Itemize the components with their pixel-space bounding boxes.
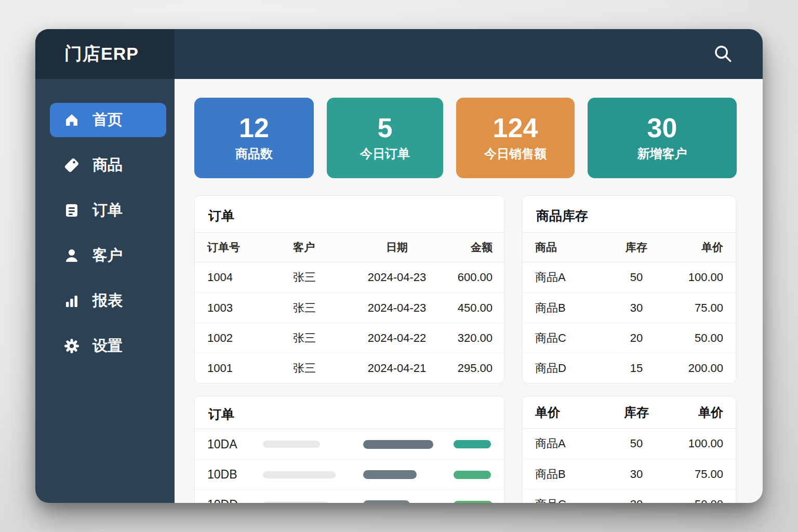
column-header: 单价 (535, 404, 603, 421)
order-code: 10DB (207, 468, 263, 482)
stat-value: 12 (239, 114, 269, 141)
sidebar-item-products[interactable]: 商品 (50, 148, 166, 182)
product-name: 商品B (535, 467, 603, 482)
stat-label: 今日订单 (360, 145, 410, 162)
product-stock: 30 (603, 301, 670, 315)
sidebar-item-label: 设置 (92, 336, 123, 356)
stat-label: 今日销售额 (484, 145, 547, 162)
table-row[interactable]: 10DD (195, 489, 504, 503)
table-row[interactable]: 1001 张三 2024-04-21 295.00 (195, 353, 504, 383)
order-customer: 张三 (293, 300, 355, 316)
progress-bar (454, 471, 491, 479)
table-row[interactable]: 商品C 20 50.00 (523, 489, 736, 503)
stat-card-today-sales[interactable]: 124 今日销售额 (456, 98, 575, 178)
sidebar-item-settings[interactable]: 设置 (50, 329, 166, 363)
column-header: 订单号 (207, 240, 293, 255)
order-id: 1002 (207, 331, 293, 345)
orders-panel-title: 订单 (195, 196, 504, 232)
order-id: 1001 (207, 362, 293, 375)
order-date: 2024-04-21 (355, 362, 438, 375)
product-name: 商品D (535, 361, 603, 376)
sidebar-item-customers[interactable]: 客户 (50, 238, 166, 273)
column-header: 日期 (355, 240, 438, 255)
inventory-table-header: 商品 库存 单价 (523, 232, 736, 262)
order-id: 1004 (207, 271, 293, 284)
progress-bar (454, 440, 491, 448)
search-icon[interactable] (713, 44, 733, 64)
sidebar-item-orders[interactable]: 订单 (50, 193, 166, 228)
table-row[interactable]: 商品D 15 200.00 (523, 353, 736, 383)
product-name: 商品A (535, 270, 603, 285)
table-row[interactable]: 1003 张三 2024-04-23 450.00 (195, 292, 504, 323)
product-stock: 20 (603, 498, 670, 503)
placeholder-bar (263, 471, 336, 478)
sidebar-item-label: 首页 (92, 110, 123, 130)
order-id: 1003 (207, 301, 293, 315)
product-stock: 50 (603, 271, 670, 284)
document-icon (63, 202, 80, 219)
product-name: 商品A (535, 436, 603, 451)
table-row[interactable]: 商品A 50 100.00 (523, 262, 736, 292)
inventory-panel: 商品库存 商品 库存 单价 商品A 50 100.00 商品B 30 75.00 (522, 195, 736, 383)
app-logo: 门店ERP (64, 42, 139, 66)
product-stock: 50 (603, 437, 670, 450)
order-customer: 张三 (293, 330, 355, 346)
orders-table-header: 订单号 客户 日期 金额 (195, 232, 504, 262)
column-header: 库存 (603, 404, 670, 421)
home-icon (63, 112, 80, 128)
product-price: 50.00 (670, 331, 723, 345)
table-row[interactable]: 商品B 30 75.00 (523, 292, 736, 323)
sidebar-item-label: 商品 (92, 155, 123, 176)
status-bar (363, 440, 433, 449)
app-window: 门店ERP 首页 商品 (35, 29, 763, 503)
order-code: 10DA (207, 437, 263, 451)
inventory-panel-title: 商品库存 (523, 196, 736, 232)
order-amount: 600.00 (438, 271, 493, 284)
table-row[interactable]: 10DA (195, 429, 504, 459)
table-row[interactable]: 10DB (195, 459, 504, 489)
price-panel: 单价 库存 单价 商品A 50 100.00 商品B 30 75.00 商品C … (522, 396, 736, 503)
product-name: 商品C (535, 497, 603, 503)
sidebar-nav: 首页 商品 订单 (35, 79, 175, 363)
stat-value: 5 (378, 114, 393, 141)
stat-value: 124 (493, 114, 538, 141)
product-price: 50.00 (670, 498, 723, 503)
sidebar-item-home[interactable]: 首页 (50, 103, 166, 137)
table-row[interactable]: 1002 张三 2024-04-22 320.00 (195, 323, 504, 353)
sidebar-header: 门店ERP (35, 29, 175, 79)
price-table-header: 单价 库存 单价 (523, 396, 736, 429)
order-amount: 450.00 (438, 301, 493, 315)
placeholder-bar (263, 501, 329, 503)
stat-card-new-customers[interactable]: 30 新增客户 (588, 98, 737, 178)
table-row[interactable]: 1004 张三 2024-04-23 600.00 (195, 262, 504, 292)
stat-card-products[interactable]: 12 商品数 (194, 98, 314, 178)
product-price: 200.00 (670, 362, 723, 375)
table-row[interactable]: 商品A 50 100.00 (523, 429, 736, 459)
product-price: 75.00 (670, 468, 723, 481)
order-amount: 320.00 (438, 331, 493, 345)
status-bar (363, 470, 417, 479)
order-amount: 295.00 (438, 362, 493, 375)
order-customer: 张三 (293, 361, 355, 376)
status-bar (363, 500, 410, 503)
user-icon (63, 247, 80, 264)
product-price: 75.00 (670, 301, 723, 315)
order-code: 10DD (207, 498, 263, 503)
stat-card-today-orders[interactable]: 5 今日订单 (327, 98, 443, 178)
stat-label: 新增客户 (637, 145, 687, 162)
product-name: 商品B (535, 300, 603, 316)
sidebar-item-label: 客户 (92, 245, 123, 266)
product-stock: 20 (603, 331, 670, 345)
stat-value: 30 (647, 114, 677, 141)
bar-chart-icon (63, 292, 80, 309)
product-price: 100.00 (670, 271, 723, 284)
column-header: 客户 (293, 240, 355, 255)
product-stock: 15 (603, 362, 670, 375)
stat-cards: 12 商品数 5 今日订单 124 今日销售额 30 新增客户 (194, 98, 737, 178)
column-header: 金额 (438, 240, 493, 255)
table-row[interactable]: 商品C 20 50.00 (523, 323, 736, 353)
column-header: 单价 (670, 404, 723, 421)
table-row[interactable]: 商品B 30 75.00 (523, 459, 736, 489)
product-price: 100.00 (670, 437, 723, 450)
sidebar-item-reports[interactable]: 报表 (50, 284, 166, 318)
